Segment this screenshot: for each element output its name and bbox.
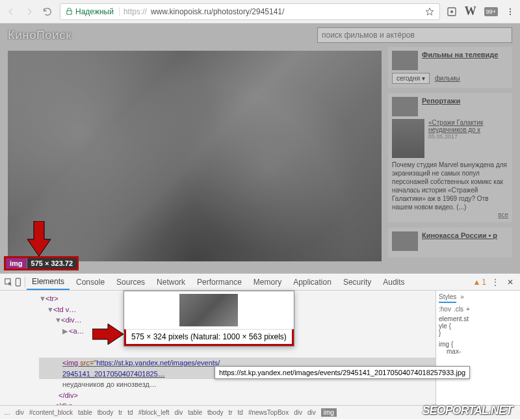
svg-point-4 bbox=[510, 13, 511, 14]
tv-icon bbox=[392, 51, 418, 70]
watermark: SEOPORTAL.NET bbox=[422, 404, 512, 417]
tab-application[interactable]: Application bbox=[288, 275, 337, 289]
image-preview-popover: 575 × 324 pixels (Natural: 1000 × 563 pi… bbox=[124, 291, 294, 347]
cls-toggle[interactable]: .cls bbox=[454, 306, 463, 313]
styles-tab[interactable]: Styles bbox=[439, 293, 456, 303]
crumb-active[interactable]: img bbox=[321, 408, 337, 417]
hero-image[interactable] bbox=[8, 51, 382, 261]
search-input[interactable] bbox=[317, 27, 512, 43]
tab-elements[interactable]: Elements bbox=[27, 274, 70, 290]
crumb[interactable]: div bbox=[307, 409, 316, 416]
url-protocol: https:// bbox=[124, 7, 147, 16]
report-date: 05.05.2017 bbox=[428, 133, 483, 140]
site-logo[interactable]: КиноПоиск bbox=[8, 29, 72, 42]
crumb[interactable]: td bbox=[238, 409, 243, 416]
crumb[interactable]: table bbox=[188, 409, 202, 416]
warning-badge[interactable]: ▲1 bbox=[473, 278, 486, 287]
address-bar[interactable]: Надежный https://www.kinopoisk.ru/photos… bbox=[60, 3, 440, 20]
preview-thumb bbox=[179, 294, 238, 326]
browser-toolbar: Надежный https://www.kinopoisk.ru/photos… bbox=[0, 0, 520, 23]
report-text: Почему студия Marvel вынуждена для экран… bbox=[392, 161, 508, 211]
all-link[interactable]: все bbox=[392, 211, 508, 218]
secure-label: Надежный bbox=[75, 7, 114, 16]
kinokassa-icon bbox=[392, 231, 418, 251]
tab-memory[interactable]: Memory bbox=[248, 275, 287, 289]
site-header: КиноПоиск bbox=[0, 23, 520, 47]
crumb[interactable]: tbody bbox=[98, 409, 113, 416]
devtools-menu-icon[interactable]: ⋮ bbox=[488, 278, 503, 287]
tab-console[interactable]: Console bbox=[71, 275, 110, 289]
annotation-arrow-right bbox=[92, 322, 125, 346]
report-link[interactable]: «Стражи Галактик bbox=[428, 119, 483, 126]
reload-button[interactable] bbox=[42, 6, 53, 18]
crumb[interactable]: tr bbox=[118, 409, 122, 416]
add-rule-icon[interactable]: + bbox=[466, 306, 470, 313]
svg-point-3 bbox=[510, 10, 511, 12]
back-button[interactable] bbox=[5, 6, 17, 18]
url-tooltip: https://st.kp.yandex.net/images/events/2… bbox=[214, 366, 470, 379]
report-thumb[interactable] bbox=[392, 119, 424, 158]
forward-button[interactable] bbox=[23, 6, 35, 18]
kinokassa-title[interactable]: Кинокасса России • р bbox=[422, 231, 497, 248]
reports-title[interactable]: Репортажи bbox=[422, 97, 460, 114]
crumb[interactable]: #content_block bbox=[29, 409, 73, 416]
devtools-close-icon[interactable]: ✕ bbox=[504, 278, 516, 287]
tv-title[interactable]: Фильмы на телевиде bbox=[422, 51, 498, 68]
svg-rect-6 bbox=[16, 278, 20, 286]
crumb[interactable]: #block_left bbox=[138, 409, 170, 416]
tab-security[interactable]: Security bbox=[338, 275, 376, 289]
tooltip-tag: img bbox=[6, 258, 27, 269]
crumb[interactable]: div bbox=[16, 409, 24, 416]
extension-icon[interactable] bbox=[447, 7, 457, 17]
inspector-size-tooltip: img 575 × 323.72 bbox=[4, 256, 79, 270]
menu-icon[interactable] bbox=[506, 7, 515, 16]
crumb[interactable]: tr bbox=[228, 409, 232, 416]
films-link[interactable]: фильмы bbox=[435, 75, 460, 82]
tab-network[interactable]: Network bbox=[151, 275, 190, 289]
annotation-arrow-down bbox=[26, 221, 52, 257]
crumb[interactable]: … bbox=[4, 409, 10, 416]
bookmark-icon[interactable] bbox=[425, 7, 434, 16]
lock-icon bbox=[66, 8, 73, 15]
styles-more[interactable]: » bbox=[460, 293, 464, 303]
device-icon[interactable] bbox=[14, 278, 23, 287]
report-sub[interactable]: неудачников до к bbox=[428, 126, 483, 133]
crumb[interactable]: table bbox=[78, 409, 92, 416]
devtools-tabs: Elements Console Sources Network Perform… bbox=[0, 274, 520, 291]
styles-panel[interactable]: Styles » :hov .cls + element.st yle { } … bbox=[436, 291, 520, 405]
svg-point-2 bbox=[510, 8, 511, 9]
crumb[interactable]: td bbox=[127, 409, 133, 416]
extension-w-icon[interactable]: W bbox=[465, 5, 476, 18]
page-viewport: КиноПоиск Фильмы на телевиде сегодня ▾ ф… bbox=[0, 23, 520, 273]
secure-badge: Надежный bbox=[66, 7, 120, 16]
crumb[interactable]: #newsTopBox bbox=[248, 409, 289, 416]
crumb[interactable]: div bbox=[294, 409, 302, 416]
tooltip-dimensions: 575 × 323.72 bbox=[27, 258, 77, 269]
tab-audits[interactable]: Audits bbox=[378, 275, 410, 289]
crumb[interactable]: tbody bbox=[207, 409, 223, 416]
sidebar: Фильмы на телевиде сегодня ▾ фильмы Репо… bbox=[388, 47, 512, 263]
crumb[interactable]: div bbox=[175, 409, 183, 416]
hov-toggle[interactable]: :hov bbox=[439, 306, 451, 313]
reports-icon bbox=[392, 97, 418, 116]
inspect-icon[interactable] bbox=[4, 278, 13, 287]
preview-dimensions: 575 × 324 pixels (Natural: 1000 × 563 pi… bbox=[124, 329, 294, 346]
tab-performance[interactable]: Performance bbox=[192, 275, 247, 289]
url-text: www.kinopoisk.ru/photostory/2945141/ bbox=[151, 7, 421, 16]
day-select[interactable]: сегодня ▾ bbox=[392, 73, 430, 84]
extension-count-badge[interactable]: 99+ bbox=[484, 7, 498, 16]
svg-point-1 bbox=[450, 10, 453, 13]
tab-sources[interactable]: Sources bbox=[111, 275, 150, 289]
